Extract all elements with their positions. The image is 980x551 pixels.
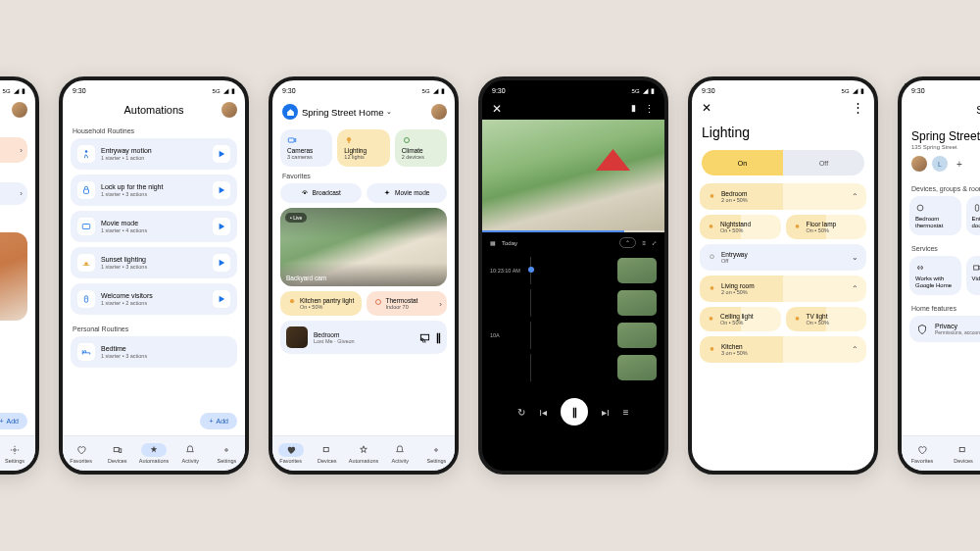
nav-favorites[interactable]: Favorites bbox=[272, 436, 309, 471]
zoom-icon[interactable]: ⌃ bbox=[619, 237, 636, 248]
phone-devices: 5G◢▮ Devices Thermostat Indoor 70 › Disp… bbox=[0, 76, 39, 475]
close-button[interactable]: ✕ bbox=[702, 101, 711, 115]
climate-chip[interactable]: Climate2 devices bbox=[395, 129, 447, 167]
routine-entryway[interactable]: Entryway motion1 starter • 1 action bbox=[71, 138, 237, 170]
nav-devices[interactable]: Devices bbox=[99, 436, 135, 471]
light-ceiling[interactable]: Ceiling lightOn • 50% bbox=[700, 307, 781, 331]
svg-rect-11 bbox=[288, 138, 294, 142]
event-thumbnail[interactable] bbox=[617, 258, 657, 283]
close-button[interactable]: ✕ bbox=[492, 102, 502, 116]
svg-point-1 bbox=[85, 150, 88, 153]
video-live[interactable] bbox=[482, 120, 664, 232]
clock: 9:30 bbox=[73, 87, 86, 94]
event-thumbnail[interactable] bbox=[617, 355, 657, 380]
device-thermostat[interactable]: Bedroom thermostat bbox=[909, 196, 961, 235]
home-address: 135 Spring Street bbox=[902, 144, 980, 156]
routine-sunset[interactable]: Sunset lighting1 starter • 3 actions bbox=[71, 247, 237, 278]
signal-icon: ◢ bbox=[853, 87, 858, 95]
play-button[interactable] bbox=[213, 290, 230, 308]
event-thumbnail[interactable] bbox=[617, 290, 657, 316]
next-button[interactable]: ▸ı bbox=[602, 407, 610, 418]
camera-name: Backyard cam bbox=[286, 275, 326, 281]
nav-automations[interactable]: Automations bbox=[345, 436, 381, 471]
nav-favorites[interactable]: Favorites bbox=[63, 436, 99, 471]
battery-icon: ▮ bbox=[651, 87, 655, 95]
nav-settings[interactable]: Settings bbox=[209, 436, 245, 471]
sunset-icon bbox=[77, 254, 95, 272]
on-off-toggle[interactable]: On Off bbox=[702, 150, 864, 175]
movie-mode-button[interactable]: Movie mode bbox=[367, 183, 448, 203]
nav-automations[interactable]: Automations bbox=[135, 436, 172, 471]
routine-lockup[interactable]: Lock up for the night1 starter • 3 actio… bbox=[71, 175, 237, 206]
chevron-down-icon[interactable]: ⌄ bbox=[852, 253, 858, 262]
chevron-up-icon[interactable]: ⌃ bbox=[852, 192, 858, 201]
play-button[interactable] bbox=[213, 145, 230, 163]
room-livingroom[interactable]: Living room2 on • 50% ⌃ bbox=[700, 276, 866, 302]
pause-icon[interactable]: ǁ bbox=[436, 332, 441, 343]
prev-button[interactable]: ı◂ bbox=[539, 407, 547, 418]
room-kitchen[interactable]: Kitchen3 on • 50% ⌃ bbox=[700, 336, 866, 363]
more-options[interactable]: ≡ bbox=[623, 407, 629, 418]
member-avatar[interactable] bbox=[911, 156, 927, 172]
routine-welcome[interactable]: Welcome visitors1 starter • 2 actions bbox=[71, 283, 237, 315]
nav-devices[interactable]: Devices bbox=[309, 436, 345, 471]
fullscreen-icon[interactable]: ⤢ bbox=[652, 239, 657, 246]
calendar-icon[interactable]: ▦ bbox=[490, 239, 496, 246]
broadcast-button[interactable]: Broadcast bbox=[280, 183, 362, 203]
lighting-chip[interactable]: Lighting12 lights bbox=[337, 129, 389, 167]
section-services: Services bbox=[902, 239, 980, 256]
add-button[interactable]: +Add bbox=[0, 413, 27, 429]
service-video[interactable]: Video bbox=[966, 256, 981, 295]
event-thumbnail[interactable] bbox=[617, 323, 657, 348]
svg-point-25 bbox=[710, 286, 714, 290]
nav-favorites[interactable]: Favorites bbox=[902, 436, 943, 471]
play-button[interactable] bbox=[213, 254, 230, 272]
chevron-up-icon[interactable]: ⌃ bbox=[852, 345, 858, 354]
light-floorlamp[interactable]: Floor lampOn • 50% bbox=[786, 215, 867, 239]
nav-settings[interactable]: Settings bbox=[0, 436, 35, 471]
pause-button[interactable]: ǁ bbox=[561, 398, 588, 426]
chevron-up-icon[interactable]: ⌃ bbox=[852, 284, 858, 293]
routine-bedtime[interactable]: Bedtime1 starter • 3 actions bbox=[71, 336, 237, 368]
routine-movie[interactable]: Movie mode1 starter • 4 actions bbox=[71, 211, 237, 242]
nav-activity[interactable]: Activity bbox=[172, 436, 209, 471]
status-bar: 9:30 5G◢▮ bbox=[63, 80, 245, 98]
light-nightstand[interactable]: NightstandOn • 50% bbox=[700, 215, 781, 239]
add-member-button[interactable]: + bbox=[953, 157, 966, 171]
avatar[interactable] bbox=[221, 102, 237, 118]
avatar[interactable] bbox=[12, 102, 27, 118]
phone-lighting: 9:30 5G◢▮ ✕ ⋮ Lighting On Off Bedroom2 o… bbox=[688, 76, 878, 475]
member-avatar[interactable]: L bbox=[932, 156, 948, 172]
camera-live-tile[interactable]: • Live Backyard cam bbox=[280, 208, 447, 286]
cast-icon[interactable] bbox=[419, 332, 430, 343]
room-bedroom[interactable]: Bedroom2 on • 50% ⌃ bbox=[700, 183, 866, 210]
nav-activity[interactable]: Activity bbox=[382, 436, 418, 471]
nav-settings[interactable]: Settings bbox=[418, 436, 455, 471]
display-chip[interactable]: Display › bbox=[0, 182, 27, 205]
timeline[interactable]: 10:23:10 AM 10A bbox=[482, 253, 664, 390]
light-tv[interactable]: TV lightOn • 50% bbox=[786, 307, 867, 331]
play-button[interactable] bbox=[213, 181, 230, 199]
avatar[interactable] bbox=[431, 104, 447, 120]
thermostat-chip[interactable]: Thermostat Indoor 70 › bbox=[0, 137, 27, 163]
history-icon[interactable]: ↻ bbox=[517, 407, 525, 418]
more-icon[interactable]: ⋮ bbox=[852, 100, 864, 115]
feature-privacy[interactable]: PrivacyPermissions, account activity & bbox=[909, 316, 980, 342]
room-entryway[interactable]: EntrywayOff ⌄ bbox=[700, 244, 866, 271]
camera-thumbnail[interactable] bbox=[0, 232, 27, 321]
toggle-off[interactable]: Off bbox=[783, 150, 864, 175]
thermostat-chip[interactable]: ThermostatIndoor 70› bbox=[367, 291, 448, 317]
media-player[interactable]: BedroomLost Me · Giveon ǁ bbox=[280, 321, 447, 354]
kitchen-light-chip[interactable]: Kitchen pantry lightOn • 50% bbox=[280, 291, 362, 317]
play-button[interactable] bbox=[213, 218, 230, 235]
device-doorbell[interactable]: Entryway doorbell bbox=[966, 196, 981, 235]
cameras-chip[interactable]: Cameras3 cameras bbox=[280, 129, 332, 167]
nav-devices[interactable]: Devices bbox=[943, 436, 980, 471]
toggle-on[interactable]: On bbox=[702, 150, 783, 175]
service-works-with[interactable]: Works with Google Home bbox=[909, 256, 961, 295]
more-icon[interactable]: ⋮ bbox=[644, 103, 655, 116]
title-bar[interactable]: Spring Street Home ⌄ bbox=[272, 98, 455, 125]
timeline-header: ▦ Today ⌃ ≡ ⤢ bbox=[482, 232, 664, 253]
add-button[interactable]: +Add bbox=[200, 413, 237, 429]
filter-icon[interactable]: ≡ bbox=[642, 240, 646, 246]
